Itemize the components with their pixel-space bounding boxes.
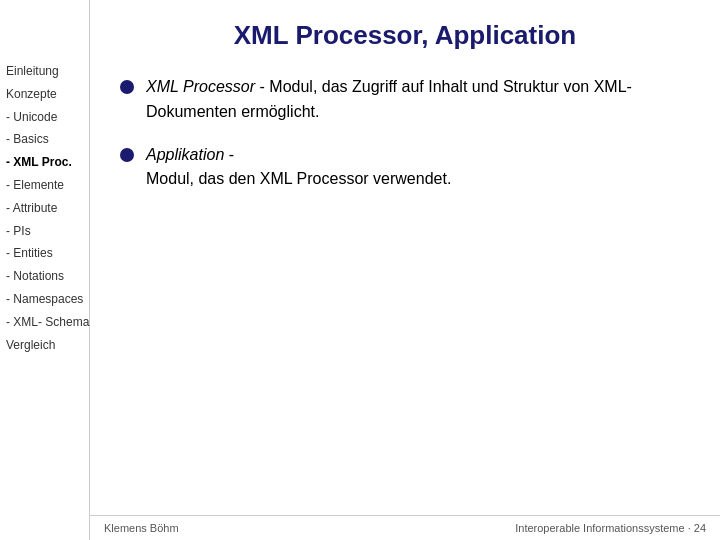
- sidebar-item-elemente[interactable]: - Elemente: [0, 174, 89, 197]
- slide-footer: Klemens Böhm Interoperable Informationss…: [90, 515, 720, 540]
- sidebar-item-konzepte[interactable]: Konzepte: [0, 83, 89, 106]
- sidebar-item-namespaces[interactable]: - Namespaces: [0, 288, 89, 311]
- sidebar-item-unicode[interactable]: - Unicode: [0, 106, 89, 129]
- sidebar-item-xml-proc[interactable]: - XML Proc.: [0, 151, 89, 174]
- sidebar-item-attribute[interactable]: - Attribute: [0, 197, 89, 220]
- slide-content: XML Processor, Application XML Processor…: [90, 0, 720, 515]
- sidebar-item-pis[interactable]: - PIs: [0, 220, 89, 243]
- bullet-text-b1: XML Processor - Modul, das Zugriff auf I…: [146, 75, 690, 125]
- sidebar-item-vergleich[interactable]: Vergleich: [0, 334, 89, 357]
- sidebar-item-basics[interactable]: - Basics: [0, 128, 89, 151]
- bullet-text-b2: Applikation -Modul, das den XML Processo…: [146, 143, 451, 193]
- slide-title: XML Processor, Application: [120, 20, 690, 51]
- footer-author: Klemens Böhm: [104, 522, 179, 534]
- sidebar-item-einleitung[interactable]: Einleitung: [0, 60, 89, 83]
- main-panel: XML Processor, Application XML Processor…: [90, 0, 720, 540]
- footer-page: Interoperable Informationssysteme · 24: [515, 522, 706, 534]
- sidebar-item-xml-schema[interactable]: - XML- Schema: [0, 311, 89, 334]
- sidebar-item-entities[interactable]: - Entities: [0, 242, 89, 265]
- sidebar: EinleitungKonzepte- Unicode- Basics- XML…: [0, 0, 90, 540]
- bullet-item-b2: Applikation -Modul, das den XML Processo…: [120, 143, 690, 193]
- bullet-dot: [120, 148, 134, 162]
- sidebar-item-notations[interactable]: - Notations: [0, 265, 89, 288]
- bullet-item-b1: XML Processor - Modul, das Zugriff auf I…: [120, 75, 690, 125]
- bullet-list: XML Processor - Modul, das Zugriff auf I…: [120, 75, 690, 192]
- bullet-dot: [120, 80, 134, 94]
